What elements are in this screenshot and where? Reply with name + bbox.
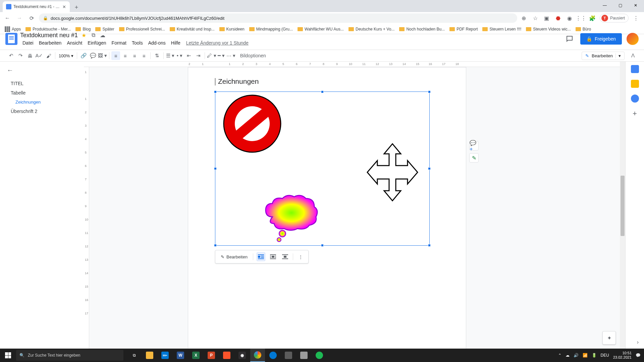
resize-handle[interactable] bbox=[214, 90, 217, 93]
share-button[interactable]: 🔒 Freigeben bbox=[580, 33, 622, 45]
resize-handle[interactable] bbox=[428, 167, 431, 170]
explore-button[interactable]: ✦ bbox=[602, 331, 616, 345]
edit-mode-select[interactable]: ✎ Bearbeiten ▾ bbox=[582, 52, 625, 60]
line-spacing-button[interactable]: ⇅ bbox=[153, 51, 161, 60]
extension-icon[interactable]: ⬣ bbox=[554, 14, 562, 22]
task-view-button[interactable]: ⧉ bbox=[127, 349, 142, 362]
volume-icon[interactable]: 🔊 bbox=[574, 353, 579, 358]
close-icon[interactable]: ✕ bbox=[62, 4, 66, 9]
resize-handle[interactable] bbox=[214, 244, 217, 247]
qr-icon[interactable]: ▣ bbox=[543, 14, 551, 22]
star-icon[interactable]: ★ bbox=[80, 32, 87, 39]
drawing-selection[interactable] bbox=[215, 92, 430, 246]
add-addon-button[interactable]: + bbox=[633, 109, 637, 118]
star-icon[interactable]: ☆ bbox=[531, 14, 539, 22]
cloud-saved-icon[interactable]: ☁ bbox=[99, 32, 106, 39]
edit-drawing-button[interactable]: ✎ Bearbeiten bbox=[219, 253, 250, 261]
tray-chevron[interactable]: ⌃ bbox=[558, 353, 561, 358]
comment-add-button[interactable]: 💬 bbox=[89, 51, 97, 60]
move-icon[interactable]: ⧉ bbox=[90, 32, 97, 38]
bookmark-item[interactable]: Wahlfächer WU Aus... bbox=[296, 25, 346, 33]
image-button[interactable]: 🖼 ▾ bbox=[98, 51, 107, 60]
maximize-button[interactable]: ▢ bbox=[612, 0, 628, 11]
menu-edit[interactable]: Bearbeiten bbox=[37, 40, 64, 46]
paint-format-button[interactable]: 🖌 bbox=[44, 51, 53, 60]
resize-handle[interactable] bbox=[428, 244, 431, 247]
suggest-edit-button[interactable]: ✎ bbox=[469, 153, 479, 163]
tasks-icon[interactable] bbox=[631, 95, 639, 103]
word-icon[interactable]: W bbox=[173, 349, 188, 362]
menu-addons[interactable]: Add-ons bbox=[146, 40, 168, 46]
bulleted-list-button[interactable]: • ▾ bbox=[175, 51, 184, 60]
document-title[interactable]: Textdokument neu #1 bbox=[20, 32, 78, 39]
calendar-icon[interactable] bbox=[631, 65, 639, 73]
document-page[interactable]: Zeichnungen bbox=[188, 67, 466, 349]
wrap-inline-button[interactable] bbox=[257, 252, 265, 261]
bookmark-item[interactable]: Noch hochladen Bu... bbox=[397, 25, 447, 33]
menu-help[interactable]: Hilfe bbox=[169, 40, 183, 46]
chrome-icon[interactable] bbox=[250, 349, 265, 362]
taskbar-search[interactable]: 🔍 Zur Suche Text hier eingeben bbox=[16, 350, 123, 361]
menu-view[interactable]: Ansicht bbox=[64, 40, 85, 46]
resize-handle[interactable] bbox=[428, 90, 431, 93]
brave-icon[interactable] bbox=[219, 349, 234, 362]
resize-handle[interactable] bbox=[214, 167, 217, 170]
extensions-icon[interactable]: 🧩 bbox=[588, 14, 596, 22]
language-indicator[interactable]: DEU bbox=[601, 353, 609, 358]
start-button[interactable] bbox=[0, 349, 16, 362]
outline-item-active[interactable]: Zeichnungen bbox=[7, 98, 77, 107]
forward-button[interactable]: → bbox=[15, 13, 24, 23]
align-left-button[interactable]: ≡ bbox=[111, 51, 120, 60]
account-avatar[interactable] bbox=[627, 33, 639, 45]
notepad-icon[interactable] bbox=[297, 349, 311, 362]
increase-indent-button[interactable]: ⇥ bbox=[194, 51, 203, 60]
link-button[interactable]: 🔗 bbox=[79, 51, 88, 60]
profile-badge[interactable]: T Pausiert bbox=[600, 14, 629, 22]
outline-back-button[interactable]: ← bbox=[7, 66, 77, 74]
horizontal-ruler[interactable]: 2 1 1 2 3 4 5 6 7 8 9 10 11 12 13 14 15 … bbox=[84, 62, 625, 67]
resize-handle[interactable] bbox=[321, 244, 324, 247]
bookmark-item[interactable]: Steuern Lesen !!!! bbox=[480, 25, 523, 33]
redo-button[interactable]: ↷ bbox=[16, 51, 25, 60]
align-justify-button[interactable]: ≡ bbox=[140, 51, 148, 60]
zoom-select[interactable]: 100%▾ bbox=[57, 53, 75, 58]
tray-clock[interactable]: 10:51 23.02.2021 bbox=[613, 351, 632, 360]
print-button[interactable]: 🖶 bbox=[25, 51, 34, 60]
side-panel-collapse[interactable]: › bbox=[637, 339, 639, 345]
bookmark-item[interactable]: Steuern Videos wic... bbox=[524, 25, 573, 33]
scrollbar-thumb[interactable] bbox=[621, 176, 625, 236]
menu-file[interactable]: Datei bbox=[20, 40, 36, 46]
notifications-icon[interactable]: 💬 bbox=[636, 353, 641, 358]
numbered-list-button[interactable]: ☰ ▾ bbox=[166, 51, 174, 60]
app-icon[interactable] bbox=[281, 349, 296, 362]
resize-handle[interactable] bbox=[321, 90, 324, 93]
spellcheck-button[interactable]: A✓ bbox=[35, 51, 44, 60]
wrap-break-button[interactable] bbox=[281, 252, 289, 261]
align-right-button[interactable]: ≡ bbox=[130, 51, 139, 60]
excel-icon[interactable]: X bbox=[189, 349, 203, 362]
onedrive-icon[interactable]: ☁ bbox=[566, 353, 570, 358]
spotify-icon[interactable] bbox=[312, 349, 327, 362]
menu-format[interactable]: Format bbox=[109, 40, 129, 46]
keep-icon[interactable] bbox=[631, 80, 639, 88]
url-field[interactable]: 🔒 docs.google.com/document/d/1hUH8k6h7Lb… bbox=[39, 13, 517, 23]
ext3-icon[interactable]: ⋮⋮ bbox=[577, 14, 585, 22]
collapse-toolbar-button[interactable]: ᐱ bbox=[629, 51, 637, 60]
new-tab-button[interactable]: + bbox=[72, 3, 81, 12]
menu-tools[interactable]: Tools bbox=[129, 40, 145, 46]
border-weight-button[interactable]: ━ ▾ bbox=[217, 51, 226, 60]
last-edit-link[interactable]: Letzte Änderung vor 1 Stunde bbox=[183, 40, 251, 46]
browser-tab[interactable]: Textdokument neu #1 - Google D ✕ bbox=[3, 1, 70, 12]
docs-logo[interactable] bbox=[5, 33, 17, 45]
menu-insert[interactable]: Einfügen bbox=[85, 40, 108, 46]
add-comment-button[interactable]: 💬+ bbox=[469, 141, 479, 150]
powerpoint-icon[interactable]: P bbox=[204, 349, 219, 362]
align-center-button[interactable]: ≡ bbox=[121, 51, 129, 60]
bookmark-item[interactable]: Mindmapping (Gru... bbox=[247, 25, 295, 33]
battery-icon[interactable]: 🔋 bbox=[592, 353, 597, 358]
decrease-indent-button[interactable]: ⇤ bbox=[184, 51, 193, 60]
border-dash-button[interactable]: ⋯ ▾ bbox=[226, 51, 235, 60]
undo-button[interactable]: ↶ bbox=[7, 51, 15, 60]
border-color-button[interactable]: 🖊 ▾ bbox=[207, 51, 216, 60]
back-button[interactable]: ← bbox=[3, 13, 12, 23]
